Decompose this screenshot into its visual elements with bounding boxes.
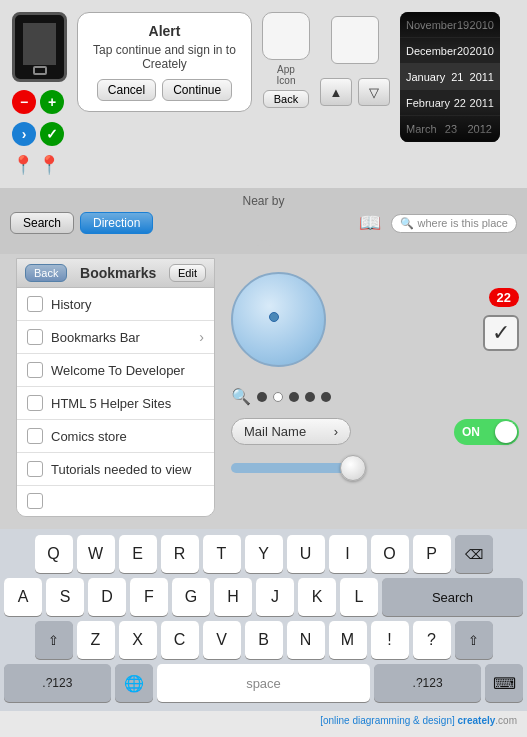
empty-box bbox=[331, 16, 379, 64]
key-Y[interactable]: Y bbox=[245, 535, 283, 573]
key-M[interactable]: M bbox=[329, 621, 367, 659]
key-G[interactable]: G bbox=[172, 578, 210, 616]
dial-knob[interactable] bbox=[231, 272, 326, 367]
empty-checkbox[interactable] bbox=[27, 493, 43, 509]
back-button[interactable]: Back bbox=[263, 90, 309, 108]
continue-button[interactable]: Continue bbox=[162, 79, 232, 101]
mail-name-button[interactable]: Mail Name › bbox=[231, 418, 351, 445]
key-I[interactable]: I bbox=[329, 535, 367, 573]
alert-buttons: Cancel Continue bbox=[92, 79, 237, 101]
delete-key[interactable]: ⌫ bbox=[455, 535, 493, 573]
key-question[interactable]: ? bbox=[413, 621, 451, 659]
nearby-label: Near by bbox=[10, 194, 517, 208]
picker-row-3: February 22 2011 bbox=[400, 90, 500, 116]
bookmarks-header: Back Bookmarks Edit bbox=[17, 259, 214, 288]
tutorials-checkbox[interactable] bbox=[27, 461, 43, 477]
list-item[interactable]: HTML 5 Helper Sites bbox=[17, 387, 214, 420]
key-L[interactable]: L bbox=[340, 578, 378, 616]
space-key[interactable]: space bbox=[157, 664, 371, 702]
tablet-icon bbox=[12, 12, 67, 82]
app-icon-label: AppIcon bbox=[277, 64, 296, 86]
welcome-checkbox[interactable] bbox=[27, 362, 43, 378]
slider-thumb[interactable] bbox=[340, 455, 366, 481]
cancel-button[interactable]: Cancel bbox=[97, 79, 156, 101]
key-R[interactable]: R bbox=[161, 535, 199, 573]
key-V[interactable]: V bbox=[203, 621, 241, 659]
caret-up bbox=[256, 238, 272, 248]
bookmarks-panel: Back Bookmarks Edit History Bookmarks Ba… bbox=[8, 258, 223, 517]
footer-text: [online diagramming & design] bbox=[320, 715, 455, 726]
down-triangle-button[interactable]: ▽ bbox=[358, 78, 390, 106]
toggle-knob bbox=[495, 421, 517, 443]
slider-track[interactable] bbox=[231, 463, 519, 473]
direction-tab[interactable]: Direction bbox=[80, 212, 153, 234]
checkmark-icon[interactable]: ✓ bbox=[40, 122, 64, 146]
key-E[interactable]: E bbox=[119, 535, 157, 573]
bookmarks-bar-checkbox[interactable] bbox=[27, 329, 43, 345]
list-item[interactable]: Comics store bbox=[17, 420, 214, 453]
slider-container bbox=[231, 453, 519, 483]
icons-row3: 📍 📍 bbox=[12, 154, 67, 176]
book-icon: 📖 bbox=[359, 212, 381, 234]
key-D[interactable]: D bbox=[88, 578, 126, 616]
keyboard-row-1: Q W E R T Y U I O P ⌫ bbox=[4, 535, 523, 573]
key-U[interactable]: U bbox=[287, 535, 325, 573]
list-item[interactable]: History bbox=[17, 288, 214, 321]
bookmarks-edit-button[interactable]: Edit bbox=[169, 264, 206, 282]
bookmarks-back-button[interactable]: Back bbox=[25, 264, 67, 282]
key-O[interactable]: O bbox=[371, 535, 409, 573]
key-X[interactable]: X bbox=[119, 621, 157, 659]
key-W[interactable]: W bbox=[77, 535, 115, 573]
history-checkbox[interactable] bbox=[27, 296, 43, 312]
key-C[interactable]: C bbox=[161, 621, 199, 659]
plus-icon[interactable]: + bbox=[40, 90, 64, 114]
key-T[interactable]: T bbox=[203, 535, 241, 573]
footer: [online diagramming & design] creately.c… bbox=[0, 711, 527, 730]
app-icon-box bbox=[262, 12, 310, 60]
dot-2 bbox=[273, 392, 283, 402]
key-N[interactable]: N bbox=[287, 621, 325, 659]
minus-icon[interactable]: − bbox=[12, 90, 36, 114]
search-key[interactable]: Search bbox=[382, 578, 523, 616]
notification-badge: 22 bbox=[489, 288, 519, 307]
pin-red-icon: 📍 bbox=[12, 154, 34, 176]
key-K[interactable]: K bbox=[298, 578, 336, 616]
pin-gray-icon: 📍 bbox=[38, 154, 60, 176]
shift-right-key[interactable]: ⇧ bbox=[455, 621, 493, 659]
picker-row-2: January 21 2011 bbox=[400, 64, 500, 90]
location-search-field[interactable]: 🔍 where is this place bbox=[391, 214, 518, 233]
alert-title: Alert bbox=[92, 23, 237, 39]
arrow-icon[interactable]: › bbox=[12, 122, 36, 146]
list-item[interactable]: Tutorials needed to view bbox=[17, 453, 214, 486]
key-exclaim[interactable]: ! bbox=[371, 621, 409, 659]
sym-left-key[interactable]: .?123 bbox=[4, 664, 111, 702]
tab-bar: Near by Search Direction 📖 🔍 where is th… bbox=[0, 188, 527, 254]
key-F[interactable]: F bbox=[130, 578, 168, 616]
key-S[interactable]: S bbox=[46, 578, 84, 616]
history-label: History bbox=[51, 297, 204, 312]
brand-tld: .com bbox=[495, 715, 517, 726]
shift-key[interactable]: ⇧ bbox=[35, 621, 73, 659]
key-Q[interactable]: Q bbox=[35, 535, 73, 573]
key-A[interactable]: A bbox=[4, 578, 42, 616]
comics-checkbox[interactable] bbox=[27, 428, 43, 444]
list-item[interactable]: Welcome To Developer bbox=[17, 354, 214, 387]
date-picker[interactable]: November 19 2010 December 20 2010 Januar… bbox=[400, 12, 500, 142]
keyboard-row-4: .?123 🌐 space .?123 ⌨ bbox=[4, 664, 523, 702]
html5-checkbox[interactable] bbox=[27, 395, 43, 411]
search-tab[interactable]: Search bbox=[10, 212, 74, 234]
top-section: − + › ✓ 📍 📍 Alert Tap continue and sign … bbox=[0, 0, 527, 188]
sym-right-key[interactable]: .?123 bbox=[374, 664, 481, 702]
toggle-switch[interactable]: ON bbox=[454, 419, 519, 445]
key-H[interactable]: H bbox=[214, 578, 252, 616]
list-item[interactable]: Bookmarks Bar › bbox=[17, 321, 214, 354]
keyboard-icon[interactable]: ⌨ bbox=[485, 664, 523, 702]
pagination-dots: 🔍 bbox=[231, 383, 519, 410]
up-triangle-button[interactable]: ▲ bbox=[320, 78, 352, 106]
key-J[interactable]: J bbox=[256, 578, 294, 616]
key-B[interactable]: B bbox=[245, 621, 283, 659]
key-Z[interactable]: Z bbox=[77, 621, 115, 659]
emoji-key[interactable]: 🌐 bbox=[115, 664, 153, 702]
large-checkbox[interactable]: ✓ bbox=[483, 315, 519, 351]
key-P[interactable]: P bbox=[413, 535, 451, 573]
